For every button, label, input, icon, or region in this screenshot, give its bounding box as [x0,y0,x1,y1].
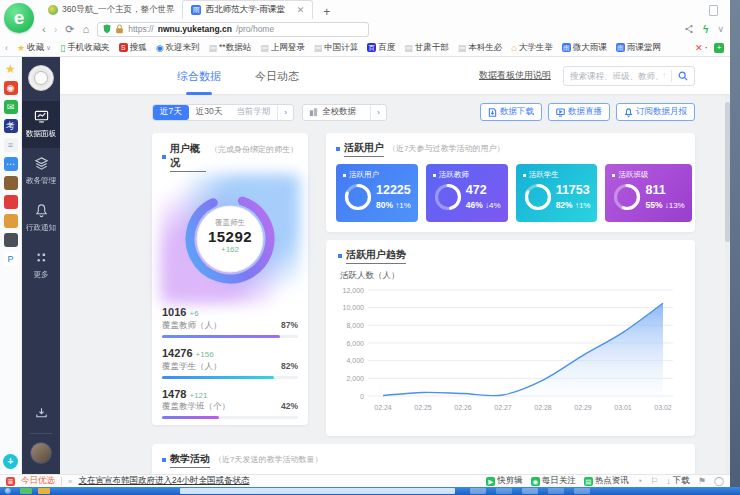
add-app-icon[interactable]: + [3,454,18,469]
megaphone-icon: » [68,477,72,486]
taskbar-window[interactable] [180,488,455,494]
card-active-teachers: 活跃教师 472 46% ↓4% [426,164,508,222]
range-chevron-icon[interactable]: › [277,105,293,120]
scope-chevron-icon[interactable]: › [370,105,386,120]
game-icon-2[interactable] [4,195,18,209]
bookmark-favicon-icon: 雨 [562,43,571,52]
hot-news-tool[interactable]: ▤热点资讯 [584,475,629,487]
start-button[interactable] [5,488,11,494]
bookmark-item[interactable]: ⌂大学生举 [511,42,552,54]
news-headline-link[interactable]: 文在寅宣布韩国政府进入24小时全国戒备状态 [78,475,249,487]
address-bar[interactable]: https://nwnu.yuketang.cn/pro/home [97,22,369,37]
daily-follow-tool[interactable]: ◉每日关注 [531,475,576,487]
bookmark-item[interactable]: 雨雨课堂网 [616,42,661,54]
bookmark-item[interactable]: ▤中国计算 [314,42,359,54]
sidebar-item-academic-admin[interactable]: 教务管理 [22,148,60,195]
tab-overall-data[interactable]: 综合数据 [177,57,221,95]
range-7days[interactable]: 近7天 [153,105,189,120]
range-30days[interactable]: 近30天 [189,105,229,120]
bookmark-item[interactable]: ▤上网登录 [260,42,305,54]
home-icon[interactable]: ⌂ [83,24,90,35]
stat-delta: +156 [196,350,214,359]
forward-icon[interactable]: › [54,24,58,35]
history-icon[interactable]: ◔ [637,476,642,486]
download-manager[interactable]: ↓下载 [666,475,690,487]
scope-control[interactable]: 全校数据 › [302,104,387,121]
collapse-left-icon[interactable]: ‹ [5,43,8,53]
tab-today-activity[interactable]: 今日动态 [255,57,299,95]
sidebar-item-admin-notice[interactable]: 行政通知 [22,195,60,242]
sidebar-item-label: 行政通知 [26,222,56,232]
favorites-menu[interactable]: ★ 收藏 ∨ [17,42,51,54]
flag-icon[interactable]: ⚑ [698,476,706,486]
svg-text:4,000: 4,000 [346,357,364,364]
today-pick-link[interactable]: 今日优选 [21,475,55,487]
tab-close-icon[interactable]: ✕ [297,5,305,15]
browser-360-logo-icon[interactable]: e [4,3,34,33]
sidebar-item-data-panel[interactable]: 数据面板 [22,101,60,148]
range-semester[interactable]: 当前学期 [229,105,277,120]
back-icon[interactable]: ‹ [42,24,46,35]
bookmark-item[interactable]: ◉欢迎来到 [156,42,200,54]
game-icon-1[interactable] [4,176,18,190]
bell-icon [34,203,49,218]
browser-tab-360nav[interactable]: 360导航_一个主页，整个世界 [40,0,182,19]
taskbar-app-1[interactable] [20,488,32,494]
taskbar-app-6[interactable] [548,488,564,494]
share-icon[interactable] [684,24,694,34]
notes-icon[interactable]: ≡ [4,138,18,152]
dashboard-help-link[interactable]: 数据看板使用说明 [479,69,551,82]
bookmark-item[interactable]: ▯手机收藏夹 [60,42,109,54]
exam-card-icon[interactable]: 考 [4,119,18,133]
favorites-star-icon[interactable]: ★ [4,62,18,76]
taskbar-app-3[interactable] [470,488,486,494]
card-value: 11753 [556,184,591,197]
bookmark-item[interactable]: ▤甘肃干部 [404,42,449,54]
bookmark-favicon-icon: ▤ [209,43,218,53]
add-bookmark-icon[interactable]: + [714,43,724,53]
button-label: 数据直播 [568,106,602,118]
card-percent: 82% [556,200,573,210]
accelerator-icon[interactable]: ϟ [703,24,708,35]
subscribe-report-button[interactable]: 订阅数据月报 [616,103,695,121]
data-live-button[interactable]: 数据直播 [548,103,610,121]
user-avatar[interactable] [30,442,52,464]
bookmark-item[interactable]: 雨微大雨课 [562,42,607,54]
taskbar-app-2[interactable] [38,488,50,494]
weibo-icon[interactable]: ◉ [4,81,18,95]
caret-down-icon: ∨ [46,44,51,52]
browser-tab-yuketang[interactable]: 雨 西北师范大学-雨课堂 ✕ [182,0,313,19]
chevron-down-icon[interactable]: ∨ [717,24,724,34]
bookmark-item[interactable]: S搜狐 [119,42,147,54]
new-tab-button[interactable]: + [319,5,334,19]
refresh-icon[interactable]: ⟳ [65,24,74,35]
search-icon[interactable] [678,71,688,81]
search-input[interactable] [564,71,671,81]
taskbar-app-5[interactable] [522,488,538,494]
card-active-students: 活跃学生 11753 82% ↑1% [516,164,598,222]
tab-list-icon[interactable] [709,5,718,16]
bookmark-item[interactable]: ▤**数据站 [209,42,252,54]
svg-text:02.24: 02.24 [374,404,392,411]
game-icon-4[interactable] [4,233,18,247]
taskbar-app-7[interactable] [574,488,590,494]
chat-icon[interactable]: ⋯ [4,157,18,171]
pin-icon[interactable]: ⚐ [650,476,658,486]
progress-fill [162,416,219,419]
game-icon-3[interactable] [4,214,18,228]
taskbar-app-4[interactable] [496,488,512,494]
bookmark-item[interactable]: 百百度 [367,42,395,54]
close-sidebar-icon[interactable]: ✕ · [695,43,708,53]
quick-edit-tool[interactable]: ▶快剪辑 [486,475,523,487]
bookmark-item[interactable]: ▤本科生必 [458,42,503,54]
hot-news-icon: ▤ [584,477,593,486]
feedback-icon[interactable]: ◯ [714,476,724,486]
donut-value: 15292 [162,228,298,245]
data-download-button[interactable]: 数据下载 [480,103,542,121]
pp-video-icon[interactable]: P [4,252,18,266]
mail-icon[interactable]: ✉ [4,100,18,114]
search-box[interactable] [563,66,695,86]
favorites-label: 收藏 [27,42,44,54]
sidebar-item-more[interactable]: 更多 [22,242,60,289]
sidebar-download-button[interactable] [34,405,49,424]
